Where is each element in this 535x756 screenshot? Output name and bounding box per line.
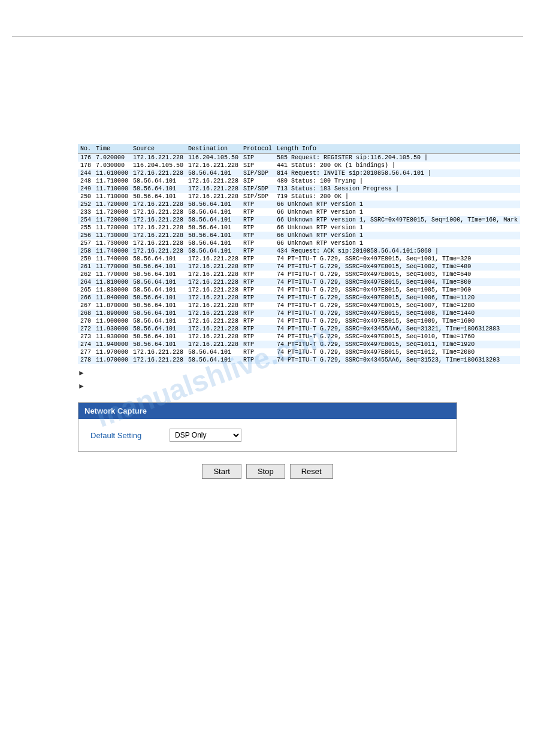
- cell-info: 74 PT=ITU-T G.729, SSRC=0x43455AA6, Seq=…: [274, 356, 520, 364]
- network-capture-panel: Network Capture Default Setting DSP Only…: [78, 402, 457, 452]
- capture-mode-select[interactable]: DSP OnlyAllSIP OnlyRTP Only: [170, 429, 241, 442]
- table-row[interactable]: 264 11.810000 58.56.64.101 172.16.221.22…: [78, 278, 520, 286]
- cell-source: 58.56.64.101: [131, 177, 186, 185]
- table-row[interactable]: 254 11.720000 172.16.221.228 58.56.64.10…: [78, 216, 520, 224]
- stop-button[interactable]: Stop: [246, 464, 285, 479]
- cell-info: 74 PT=ITU-T G.729, SSRC=0x497E8015, Seq=…: [274, 302, 520, 309]
- table-row[interactable]: 255 11.720000 172.16.221.228 58.56.64.10…: [78, 224, 520, 232]
- cell-no: 178: [78, 162, 93, 169]
- cell-destination: 58.56.64.101: [186, 348, 241, 356]
- table-row[interactable]: 266 11.840000 58.56.64.101 172.16.221.22…: [78, 294, 520, 302]
- cell-protocol: SIP/SDP: [241, 169, 274, 177]
- cell-no: 264: [78, 278, 93, 286]
- cell-info: 66 Unknown RTP version 1: [274, 239, 520, 247]
- table-row[interactable]: 259 11.740000 58.56.64.101 172.16.221.22…: [78, 255, 520, 263]
- col-destination: Destination: [186, 144, 241, 154]
- table-row[interactable]: 268 11.890000 58.56.64.101 172.16.221.22…: [78, 309, 520, 317]
- cell-info: 74 PT=ITU-T G.729, SSRC=0x497E8015, Seq=…: [274, 278, 520, 286]
- cell-destination: 58.56.64.101: [186, 247, 241, 255]
- cell-info: 441 Status: 200 OK (1 bindings) |: [274, 162, 520, 169]
- cell-protocol: RTP: [241, 271, 274, 278]
- table-row[interactable]: 278 11.970000 172.16.221.228 58.56.64.10…: [78, 356, 520, 364]
- cell-info: 74 PT=ITU-T G.729, SSRC=0x497E8015, Seq=…: [274, 333, 520, 341]
- cell-protocol: RTP: [241, 356, 274, 364]
- cell-no: 255: [78, 224, 93, 232]
- cell-protocol: RTP: [241, 302, 274, 309]
- start-button[interactable]: Start: [202, 464, 241, 479]
- reset-button[interactable]: Reset: [290, 464, 333, 479]
- cell-protocol: RTP: [241, 201, 274, 208]
- cell-destination: 172.16.221.228: [186, 162, 241, 169]
- table-row[interactable]: 244 11.610000 172.16.221.228 58.56.64.10…: [78, 169, 520, 177]
- expand-arrow-1[interactable]: ►: [78, 369, 535, 377]
- cell-protocol: SIP: [241, 154, 274, 162]
- table-row[interactable]: 277 11.970000 172.16.221.228 58.56.64.10…: [78, 348, 520, 356]
- table-row[interactable]: 273 11.930000 58.56.64.101 172.16.221.22…: [78, 333, 520, 341]
- cell-protocol: RTP: [241, 325, 274, 333]
- cell-info: 814 Request: INVITE sip:2010858.56.64.10…: [274, 169, 520, 177]
- network-capture-body: Default Setting DSP OnlyAllSIP OnlyRTP O…: [78, 419, 457, 451]
- expand-arrow-2[interactable]: ►: [78, 382, 535, 390]
- table-row[interactable]: 265 11.830000 58.56.64.101 172.16.221.22…: [78, 286, 520, 294]
- cell-source: 58.56.64.101: [131, 278, 186, 286]
- table-row[interactable]: 257 11.730000 172.16.221.228 58.56.64.10…: [78, 239, 520, 247]
- cell-source: 172.16.221.228: [131, 169, 186, 177]
- col-source: Source: [131, 144, 186, 154]
- cell-destination: 172.16.221.228: [186, 255, 241, 263]
- table-row[interactable]: 248 11.710000 58.56.64.101 172.16.221.22…: [78, 177, 520, 185]
- cell-destination: 58.56.64.101: [186, 201, 241, 208]
- cell-destination: 172.16.221.228: [186, 271, 241, 278]
- network-capture-title: Network Capture: [84, 406, 147, 415]
- cell-no: 265: [78, 286, 93, 294]
- cell-no: 267: [78, 302, 93, 309]
- cell-time: 7.020000: [93, 154, 131, 162]
- table-row[interactable]: 272 11.930000 58.56.64.101 172.16.221.22…: [78, 325, 520, 333]
- cell-no: 256: [78, 232, 93, 239]
- table-row[interactable]: 249 11.710000 58.56.64.101 172.16.221.22…: [78, 185, 520, 193]
- table-row[interactable]: 262 11.770000 58.56.64.101 172.16.221.22…: [78, 271, 520, 278]
- cell-destination: 172.16.221.228: [186, 341, 241, 348]
- table-row[interactable]: 250 11.710000 58.56.64.101 172.16.221.22…: [78, 193, 520, 201]
- cell-source: 58.56.64.101: [131, 302, 186, 309]
- cell-info: 74 PT=ITU-T G.729, SSRC=0x497E8015, Seq=…: [274, 294, 520, 302]
- cell-time: 11.720000: [93, 216, 131, 224]
- cell-source: 58.56.64.101: [131, 333, 186, 341]
- col-length: Length Info: [274, 144, 520, 154]
- cell-no: 258: [78, 247, 93, 255]
- cell-destination: 58.56.64.101: [186, 232, 241, 239]
- table-row[interactable]: 258 11.740000 172.16.221.228 58.56.64.10…: [78, 247, 520, 255]
- cell-source: 172.16.221.228: [131, 356, 186, 364]
- table-row[interactable]: 256 11.730000 172.16.221.228 58.56.64.10…: [78, 232, 520, 239]
- table-row[interactable]: 274 11.940000 58.56.64.101 172.16.221.22…: [78, 341, 520, 348]
- cell-protocol: RTP: [241, 348, 274, 356]
- cell-no: 252: [78, 201, 93, 208]
- cell-info: 480 Status: 100 Trying |: [274, 177, 520, 185]
- table-row[interactable]: 261 11.770000 58.56.64.101 172.16.221.22…: [78, 263, 520, 271]
- cell-time: 11.740000: [93, 247, 131, 255]
- cell-protocol: RTP: [241, 278, 274, 286]
- cell-time: 11.720000: [93, 201, 131, 208]
- table-row[interactable]: 270 11.900000 58.56.64.101 172.16.221.22…: [78, 317, 520, 325]
- cell-time: 11.940000: [93, 341, 131, 348]
- table-row[interactable]: 252 11.720000 172.16.221.228 58.56.64.10…: [78, 201, 520, 208]
- cell-info: 74 PT=ITU-T G.729, SSRC=0x497E8015, Seq=…: [274, 255, 520, 263]
- cell-info: 74 PT=ITU-T G.729, SSRC=0x497E8015, Seq=…: [274, 317, 520, 325]
- cell-destination: 58.56.64.101: [186, 239, 241, 247]
- cell-no: 274: [78, 341, 93, 348]
- cell-protocol: RTP: [241, 286, 274, 294]
- col-time: Time: [93, 144, 131, 154]
- cell-source: 172.16.221.228: [131, 232, 186, 239]
- cell-time: 11.730000: [93, 239, 131, 247]
- table-row[interactable]: 233 11.720000 172.16.221.228 58.56.64.10…: [78, 208, 520, 216]
- capture-setting-row: Default Setting DSP OnlyAllSIP OnlyRTP O…: [90, 429, 445, 442]
- col-protocol: Protocol: [241, 144, 274, 154]
- cell-info: 74 PT=ITU-T G.729, SSRC=0x497E8015, Seq=…: [274, 263, 520, 271]
- cell-info: 74 PT=ITU-T G.729, SSRC=0x497E8015, Seq=…: [274, 286, 520, 294]
- cell-no: 233: [78, 208, 93, 216]
- table-row[interactable]: 176 7.020000 172.16.221.228 116.204.105.…: [78, 154, 520, 162]
- cell-protocol: RTP: [241, 255, 274, 263]
- table-row[interactable]: 178 7.030000 116.204.105.50 172.16.221.2…: [78, 162, 520, 169]
- cell-time: 11.840000: [93, 294, 131, 302]
- table-row[interactable]: 267 11.870000 58.56.64.101 172.16.221.22…: [78, 302, 520, 309]
- cell-time: 11.930000: [93, 333, 131, 341]
